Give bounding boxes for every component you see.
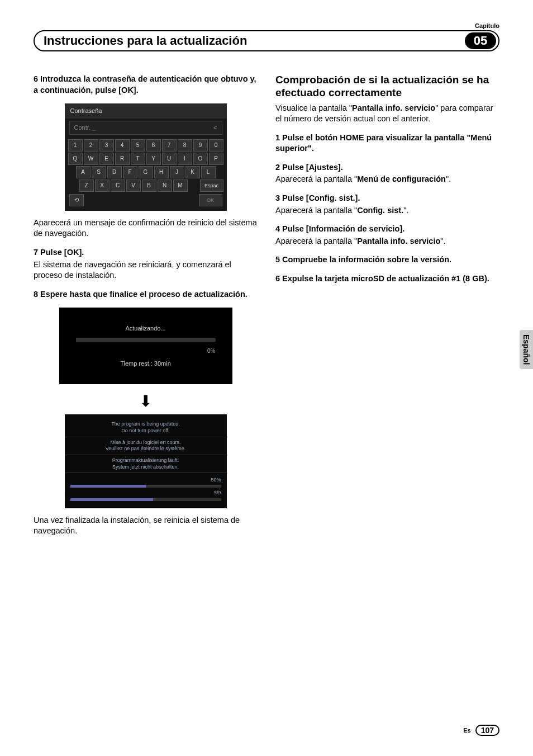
key-j: J <box>170 166 184 178</box>
key-m: M <box>173 179 188 192</box>
right-column: Comprobación de si la actualización se h… <box>275 74 499 545</box>
title-bar: Instrucciones para la actualización 05 <box>34 30 499 51</box>
key-z: Z <box>79 179 94 192</box>
key-i: I <box>178 153 192 165</box>
step-6: 6 Introduzca la contraseña de autenticac… <box>34 74 258 96</box>
step-7: 7 Pulse [OK]. <box>34 247 258 258</box>
key-n: N <box>158 179 172 192</box>
backspace-icon: < <box>213 124 217 132</box>
key-5: 5 <box>131 139 145 152</box>
key-e: E <box>99 153 114 165</box>
key-u: U <box>162 153 177 165</box>
chapter-label: Capítulo <box>34 22 499 29</box>
r-step-1: 1 Pulse el botón HOME para visualizar la… <box>275 133 499 154</box>
r-step-3: 3 Pulse [Config. sist.]. <box>275 193 499 204</box>
key-q: Q <box>68 153 83 165</box>
left-column: 6 Introduzca la contraseña de autenticac… <box>34 74 258 545</box>
r-step-4: 4 Pulse [Información de servicio]. <box>275 224 499 235</box>
key-f: F <box>123 166 137 178</box>
multilang-screenshot: The program is being updated.Do not turn… <box>65 414 227 508</box>
key-space: Espac <box>200 179 223 192</box>
step-7-text: El sistema de navegación se reiniciará, … <box>34 259 258 281</box>
kb-input: Contr. _ < <box>69 121 222 135</box>
key-p: P <box>209 153 223 165</box>
key-v: V <box>126 179 141 192</box>
key-a: A <box>76 166 91 178</box>
key-6: 6 <box>146 139 161 152</box>
kb-after-text: Aparecerá un mensaje de confirmación de … <box>34 218 258 239</box>
arrow-down-icon: ⬇ <box>34 391 258 412</box>
step-8: 8 Espere hasta que finalice el proceso d… <box>34 289 258 300</box>
section-intro: Visualice la pantalla "Pantalla info. se… <box>275 103 499 125</box>
key-9: 9 <box>193 139 208 152</box>
updating-screenshot: Actualizando... 0% Tiemp rest : 30min <box>59 308 232 384</box>
kb-title: Contraseña <box>65 103 227 119</box>
key-c: C <box>111 179 125 192</box>
key-3: 3 <box>99 139 114 152</box>
back-icon: ⟲ <box>69 194 84 206</box>
key-t: T <box>131 153 145 165</box>
key-0: 0 <box>209 139 223 152</box>
key-1: 1 <box>68 139 83 152</box>
keyboard-screenshot: Contraseña Contr. _ < 1234567890 QWERTYU… <box>65 103 227 211</box>
key-y: Y <box>146 153 161 165</box>
key-h: H <box>154 166 169 178</box>
language-tab: Español <box>520 330 533 369</box>
key-s: S <box>92 166 106 178</box>
chapter-badge: 05 <box>465 32 496 49</box>
key-ok: OK <box>199 194 222 206</box>
r-step-2: 2 Pulse [Ajustes]. <box>275 162 499 173</box>
key-7: 7 <box>162 139 177 152</box>
key-x: X <box>95 179 110 192</box>
key-o: O <box>193 153 208 165</box>
section-heading: Comprobación de si la actualización se h… <box>275 74 499 100</box>
key-8: 8 <box>178 139 192 152</box>
footer: Es 107 <box>463 725 499 736</box>
r-step-2-text: Aparecerá la pantalla "Menú de configura… <box>275 174 499 185</box>
page-title: Instrucciones para la actualización <box>44 34 247 48</box>
key-l: L <box>201 166 216 178</box>
page-number: 107 <box>475 725 499 736</box>
key-2: 2 <box>84 139 98 152</box>
key-r: R <box>115 153 130 165</box>
footer-lang: Es <box>463 727 470 734</box>
key-k: K <box>185 166 200 178</box>
r-step-3-text: Aparecerá la pantalla "Config. sist.". <box>275 205 499 216</box>
r-step-6: 6 Expulse la tarjeta microSD de actualiz… <box>275 273 499 285</box>
r-step-4-text: Aparecerá la pantalla "Pantalla info. se… <box>275 236 499 247</box>
after-install-text: Una vez finalizada la instalación, se re… <box>34 515 258 537</box>
key-w: W <box>84 153 98 165</box>
key-4: 4 <box>115 139 130 152</box>
key-d: D <box>107 166 122 178</box>
key-g: G <box>139 166 153 178</box>
key-b: B <box>142 179 156 192</box>
r-step-5: 5 Compruebe la información sobre la vers… <box>275 254 499 266</box>
